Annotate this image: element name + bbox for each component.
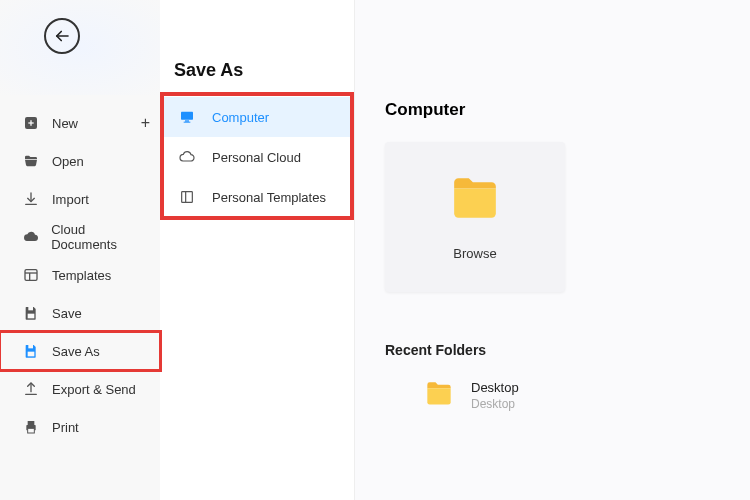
template-grid-icon [178, 188, 196, 206]
svg-rect-8 [28, 314, 35, 319]
svg-rect-4 [25, 270, 37, 281]
svg-rect-16 [184, 122, 191, 123]
nav-label: Save As [52, 344, 100, 359]
recent-item[interactable]: Desktop Desktop [385, 376, 720, 416]
monitor-icon [178, 108, 196, 126]
svg-rect-9 [28, 345, 33, 348]
dest-label: Computer [212, 110, 269, 125]
browse-card[interactable]: Browse [385, 142, 565, 292]
svg-rect-14 [181, 112, 193, 120]
nav-label: Save [52, 306, 82, 321]
nav-label: Print [52, 420, 79, 435]
svg-rect-15 [185, 120, 189, 121]
recent-text: Desktop Desktop [471, 380, 519, 412]
folder-icon [425, 382, 453, 410]
sidebar-gradient [0, 0, 160, 95]
dest-item-computer[interactable]: Computer [160, 97, 354, 137]
cloud-outline-icon [178, 148, 196, 166]
sidebar: New + Open Import Cloud Documents Temp [0, 0, 160, 500]
recent-name: Desktop [471, 380, 519, 397]
nav-list: New + Open Import Cloud Documents Temp [0, 104, 160, 446]
nav-item-new[interactable]: New + [0, 104, 160, 142]
content-panel: Computer Browse Recent Folders Desktop D… [355, 0, 750, 500]
dest-label: Personal Templates [212, 190, 326, 205]
svg-rect-10 [28, 352, 35, 357]
nav-label: Open [52, 154, 84, 169]
svg-rect-12 [28, 421, 35, 425]
nav-label: Cloud Documents [51, 222, 150, 252]
plus-square-icon [22, 114, 40, 132]
save-as-panel: Save As Computer Personal Cloud Personal… [160, 0, 355, 500]
cloud-icon [22, 228, 39, 246]
dest-item-personal-templates[interactable]: Personal Templates [160, 177, 354, 217]
nav-item-export-send[interactable]: Export & Send [0, 370, 160, 408]
folder-open-icon [22, 152, 40, 170]
nav-label: New [52, 116, 78, 131]
templates-icon [22, 266, 40, 284]
recent-title: Recent Folders [385, 342, 720, 358]
folder-icon [450, 178, 500, 224]
print-icon [22, 418, 40, 436]
content-title: Computer [385, 100, 720, 120]
svg-rect-7 [28, 307, 33, 310]
svg-rect-17 [182, 192, 193, 203]
destination-list: Computer Personal Cloud Personal Templat… [160, 97, 354, 217]
dest-item-personal-cloud[interactable]: Personal Cloud [160, 137, 354, 177]
nav-item-templates[interactable]: Templates [0, 256, 160, 294]
panel-title: Save As [160, 60, 354, 81]
browse-label: Browse [453, 246, 496, 261]
export-icon [22, 380, 40, 398]
nav-item-open[interactable]: Open [0, 142, 160, 180]
save-icon [22, 304, 40, 322]
nav-item-save-as[interactable]: Save As [0, 332, 160, 370]
dest-label: Personal Cloud [212, 150, 301, 165]
recent-path: Desktop [471, 397, 519, 413]
back-button[interactable] [44, 18, 80, 54]
nav-label: Templates [52, 268, 111, 283]
nav-item-cloud-documents[interactable]: Cloud Documents [0, 218, 160, 256]
svg-rect-13 [28, 428, 35, 433]
save-as-icon [22, 342, 40, 360]
nav-item-save[interactable]: Save [0, 294, 160, 332]
plus-icon[interactable]: + [141, 114, 150, 132]
nav-item-import[interactable]: Import [0, 180, 160, 218]
nav-label: Export & Send [52, 382, 136, 397]
arrow-left-icon [53, 27, 71, 45]
download-icon [22, 190, 40, 208]
nav-item-print[interactable]: Print [0, 408, 160, 446]
nav-label: Import [52, 192, 89, 207]
